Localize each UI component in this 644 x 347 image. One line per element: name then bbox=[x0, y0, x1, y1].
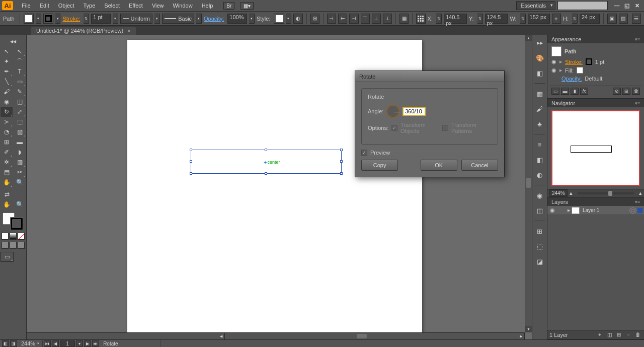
stroke-profile-dropdown[interactable]: ▾ bbox=[154, 14, 160, 24]
hand-shortcut[interactable]: ✋ bbox=[1, 199, 13, 210]
navigator-tab[interactable]: Navigator▾≡ bbox=[547, 99, 644, 107]
layers-tab[interactable]: Layers▾≡ bbox=[547, 197, 644, 206]
scroll-down-icon[interactable]: ▼ bbox=[525, 326, 532, 332]
angle-input[interactable] bbox=[403, 107, 426, 116]
transform-icon[interactable]: ▦ bbox=[399, 14, 409, 24]
symbol-sprayer-tool[interactable]: ✲ bbox=[1, 157, 13, 167]
menu-type[interactable]: Type bbox=[79, 0, 100, 12]
close-icon[interactable]: ✕ bbox=[633, 2, 641, 9]
brush-dropdown[interactable]: ▾ bbox=[196, 14, 202, 24]
copy-button[interactable]: Copy bbox=[361, 160, 398, 171]
w-input[interactable]: 152 px bbox=[528, 14, 550, 24]
artboard-dropdown[interactable]: ▾ bbox=[76, 340, 83, 347]
stroke-weight-dropdown[interactable]: ▾ bbox=[113, 14, 118, 24]
cancel-button[interactable]: Cancel bbox=[461, 160, 498, 171]
minimize-icon[interactable]: — bbox=[613, 2, 621, 9]
draw-inside-icon[interactable] bbox=[18, 242, 25, 249]
panel-menu-icon[interactable]: ▾≡ bbox=[635, 101, 640, 106]
graph-tool[interactable]: ▥ bbox=[14, 157, 26, 167]
layer-name[interactable]: Layer 1 bbox=[582, 207, 629, 213]
transform-panel-icon[interactable]: ⬚ bbox=[535, 241, 545, 251]
panel-menu-icon[interactable]: ▾≡ bbox=[635, 37, 640, 42]
status-icon[interactable]: ◨ bbox=[10, 340, 17, 347]
fill-swatch[interactable] bbox=[24, 14, 34, 24]
edit-clip-icon[interactable]: ▧ bbox=[619, 14, 628, 24]
perspective-tool[interactable]: ▧ bbox=[14, 127, 26, 137]
fill-dropdown[interactable]: ▾ bbox=[36, 14, 41, 24]
scroll-up-icon[interactable]: ▲ bbox=[525, 35, 532, 41]
layer-visibility-icon[interactable]: ◉ bbox=[547, 207, 557, 214]
menu-help[interactable]: Help bbox=[197, 0, 218, 12]
clear-icon[interactable]: ⊘ bbox=[613, 88, 621, 95]
opacity-dropdown[interactable]: ▾ bbox=[249, 14, 255, 24]
appearance-tab[interactable]: Appearance▾≡ bbox=[547, 35, 644, 43]
hscroll-thumb[interactable] bbox=[357, 334, 367, 338]
layer-expand-icon[interactable]: ▶ bbox=[566, 209, 572, 213]
new-sublayer-icon[interactable]: ⊞ bbox=[615, 331, 623, 338]
pencil-tool[interactable]: ✎ bbox=[14, 87, 26, 97]
last-artboard-icon[interactable]: ⏭ bbox=[92, 340, 99, 347]
color-mode-icon[interactable] bbox=[2, 233, 9, 240]
pen-tool[interactable]: ✒ bbox=[1, 66, 13, 77]
blob-brush-tool[interactable]: ◉ bbox=[1, 97, 13, 107]
h-input[interactable]: 24 px bbox=[580, 14, 600, 24]
panel-menu-icon[interactable]: ▾≡ bbox=[635, 199, 640, 204]
delete-layer-icon[interactable]: 🗑 bbox=[634, 331, 642, 338]
menu-file[interactable]: File bbox=[17, 0, 35, 12]
zoom-out-icon[interactable]: ▴ bbox=[570, 190, 573, 196]
status-icon[interactable]: ◧ bbox=[2, 340, 9, 347]
navigator-zoom-value[interactable]: 244% bbox=[549, 189, 568, 197]
y-stepper[interactable]: ⇅ bbox=[477, 14, 483, 24]
align-right-icon[interactable]: ⊣ bbox=[349, 14, 358, 24]
align-top-icon[interactable]: ⊤ bbox=[361, 14, 370, 24]
none-mode-icon[interactable] bbox=[18, 233, 25, 240]
artboard-tool[interactable]: ▤ bbox=[1, 167, 13, 177]
paintbrush-tool[interactable]: 🖌 bbox=[1, 87, 13, 97]
style-dropdown[interactable]: ▾ bbox=[286, 14, 292, 24]
slice-tool[interactable]: ✂ bbox=[14, 167, 26, 177]
draw-behind-icon[interactable] bbox=[10, 242, 17, 249]
appearance-panel-icon[interactable]: ◉ bbox=[535, 190, 545, 200]
add-stroke-icon[interactable]: ▬ bbox=[561, 88, 569, 95]
fill-color-swatch[interactable] bbox=[577, 67, 583, 74]
next-artboard-icon[interactable]: ▶ bbox=[84, 340, 91, 347]
make-clipping-icon[interactable]: ◫ bbox=[605, 331, 613, 338]
bridge-button[interactable]: Br bbox=[223, 2, 234, 10]
artboard-number-input[interactable]: 1 bbox=[60, 340, 75, 347]
width-tool[interactable]: ≻ bbox=[1, 117, 13, 127]
magic-wand-tool[interactable]: ✦ bbox=[1, 56, 13, 66]
gradient-mode-icon[interactable] bbox=[10, 233, 17, 240]
stroke-profile-select[interactable]: Uniform bbox=[120, 14, 152, 24]
vscroll-thumb[interactable] bbox=[526, 178, 531, 188]
align-hcenter-icon[interactable]: ⊢ bbox=[338, 14, 347, 24]
align-left-icon[interactable]: ⊣ bbox=[327, 14, 336, 24]
hscroll-right-icon[interactable]: ▶ bbox=[518, 333, 525, 339]
toggle-fill-stroke[interactable]: ⇄ bbox=[1, 189, 13, 199]
type-tool[interactable]: T bbox=[14, 66, 26, 77]
screen-mode-icon[interactable]: ▭ bbox=[1, 252, 14, 262]
maximize-icon[interactable]: ◱ bbox=[623, 2, 631, 9]
duplicate-icon[interactable]: ⊞ bbox=[622, 88, 630, 95]
gradient-panel-icon[interactable]: ◧ bbox=[535, 155, 545, 165]
stroke-panel-icon[interactable]: ≡ bbox=[535, 140, 545, 150]
swatches-panel-icon[interactable]: ▦ bbox=[535, 89, 545, 99]
tab-close-icon[interactable]: × bbox=[127, 28, 130, 34]
brushes-panel-icon[interactable]: 🖌 bbox=[535, 104, 545, 114]
add-fill-icon[interactable]: ▮ bbox=[571, 88, 579, 95]
shape-builder-tool[interactable]: ◔ bbox=[1, 127, 13, 137]
navigator-preview[interactable] bbox=[551, 110, 640, 186]
preview-checkbox[interactable] bbox=[361, 150, 367, 156]
layer-row[interactable]: ◉ ▶ Layer 1 bbox=[547, 206, 644, 215]
menu-object[interactable]: Object bbox=[54, 0, 79, 12]
control-menu-icon[interactable]: ☰ bbox=[632, 14, 641, 24]
brush-select[interactable]: Basic bbox=[162, 14, 194, 24]
new-layer-icon[interactable]: ▫ bbox=[624, 331, 632, 338]
angle-dial[interactable] bbox=[386, 105, 399, 118]
recolor-icon[interactable]: ◐ bbox=[293, 14, 302, 24]
symbols-panel-icon[interactable]: ♣ bbox=[535, 119, 545, 129]
new-art-icon[interactable]: ▭ bbox=[551, 88, 559, 95]
color-guide-panel-icon[interactable]: ◧ bbox=[535, 68, 545, 78]
align-menu-icon[interactable]: ⊞ bbox=[310, 14, 319, 24]
menu-edit[interactable]: Edit bbox=[35, 0, 54, 12]
reference-point-icon[interactable] bbox=[416, 14, 425, 24]
